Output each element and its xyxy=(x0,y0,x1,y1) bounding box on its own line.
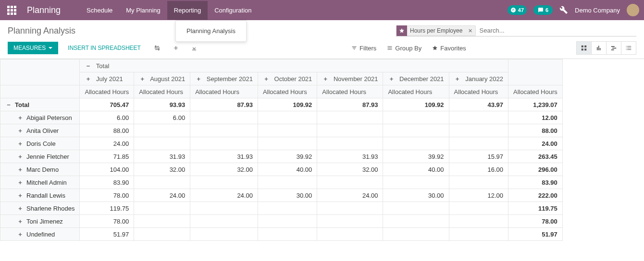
cell xyxy=(134,228,190,241)
row-header[interactable]: +Undefined xyxy=(0,228,80,241)
activity-count: 47 xyxy=(518,7,524,13)
view-list-button[interactable] xyxy=(621,41,636,55)
expand-icon[interactable]: + xyxy=(17,153,24,160)
cell: 1,239.07 xyxy=(508,98,562,111)
table-row: +Sharlene Rhodes119.75119.75 xyxy=(0,202,563,215)
apps-icon[interactable] xyxy=(5,3,18,17)
filters-label: Filters xyxy=(359,45,376,52)
bar-chart-icon xyxy=(595,45,602,51)
cell: 24.00 xyxy=(317,189,383,202)
row-name: Jennie Fletcher xyxy=(26,153,69,160)
messages-count: 6 xyxy=(545,7,548,13)
dropdown-planning-analysis[interactable]: Planning Analysis xyxy=(176,24,246,37)
cell xyxy=(317,215,383,228)
row-header[interactable]: +Randall Lewis xyxy=(0,189,80,202)
expand-icon[interactable]: + xyxy=(139,75,146,82)
cell: 31.93 xyxy=(190,150,258,163)
table-row: +Randall Lewis78.0024.0024.0030.0024.003… xyxy=(0,189,563,202)
view-switcher xyxy=(577,41,636,55)
cell xyxy=(134,124,190,137)
col-month-header[interactable]: + August 2021 xyxy=(134,72,190,85)
activity-badge[interactable]: 47 xyxy=(508,5,527,15)
collapse-icon[interactable]: − xyxy=(5,101,12,108)
nav-reporting[interactable]: Reporting xyxy=(167,1,208,20)
row-total-header[interactable]: −Total xyxy=(0,98,80,111)
col-month-header[interactable]: + December 2021 xyxy=(383,72,449,85)
expand-icon[interactable]: + xyxy=(17,231,24,237)
cell xyxy=(190,124,258,137)
expand-icon[interactable]: + xyxy=(263,75,270,82)
cell: 32.00 xyxy=(317,163,383,176)
col-month-header[interactable]: + October 2021 xyxy=(258,72,317,85)
view-gantt-button[interactable] xyxy=(606,41,621,55)
cell: 24.00 xyxy=(508,137,562,150)
view-pivot-button[interactable] xyxy=(576,41,592,55)
debug-icon[interactable] xyxy=(559,6,568,14)
cell: 705.47 xyxy=(80,98,134,111)
expand-icon[interactable]: + xyxy=(17,192,24,199)
expand-icon[interactable]: + xyxy=(454,75,461,82)
cell: 88.00 xyxy=(80,124,134,137)
download-button[interactable] xyxy=(188,43,200,53)
month-header-row: + July 2021+ August 2021+ September 2021… xyxy=(0,72,563,85)
expand-icon[interactable]: + xyxy=(195,75,202,82)
col-month-header[interactable]: + January 2022 xyxy=(449,72,508,85)
col-month-header[interactable]: + November 2021 xyxy=(317,72,383,85)
row-header[interactable]: +Doris Cole xyxy=(0,137,80,150)
filters-button[interactable]: Filters xyxy=(351,45,376,52)
corner-cell xyxy=(0,59,80,85)
cell: 6.00 xyxy=(80,111,134,124)
flip-axis-button[interactable] xyxy=(150,42,164,54)
app-brand[interactable]: Planning xyxy=(27,5,61,15)
expand-icon[interactable]: + xyxy=(17,140,24,147)
expand-icon[interactable]: + xyxy=(17,166,24,173)
download-icon xyxy=(191,45,198,51)
expand-all-button[interactable] xyxy=(170,43,182,53)
favorites-button[interactable]: Favorites xyxy=(432,45,466,52)
row-name: Toni Jimenez xyxy=(26,218,63,225)
col-month-header[interactable]: + September 2021 xyxy=(190,72,258,85)
nav-my-planning[interactable]: My Planning xyxy=(119,1,167,20)
row-header[interactable]: +Marc Demo xyxy=(0,163,80,176)
user-avatar[interactable] xyxy=(627,4,639,16)
expand-icon[interactable]: + xyxy=(17,205,24,212)
expand-icon[interactable]: + xyxy=(17,114,24,121)
messages-badge[interactable]: 6 xyxy=(533,5,553,15)
collapse-icon[interactable]: − xyxy=(85,62,91,69)
alloc-hours-header: Allocated Hours xyxy=(190,85,258,98)
company-name[interactable]: Demo Company xyxy=(575,7,620,14)
cell xyxy=(383,124,449,137)
row-header[interactable]: +Jennie Fletcher xyxy=(0,150,80,163)
col-month-header[interactable]: + July 2021 xyxy=(80,72,134,85)
row-header[interactable]: +Abigail Peterson xyxy=(0,111,80,124)
cell xyxy=(190,137,258,150)
cell xyxy=(449,228,508,241)
topnav-right: 47 6 Demo Company xyxy=(508,4,639,16)
expand-icon[interactable]: + xyxy=(17,127,24,134)
row-name: Doris Cole xyxy=(26,140,56,147)
row-header[interactable]: +Sharlene Rhodes xyxy=(0,202,80,215)
nav-configuration[interactable]: Configuration xyxy=(208,1,258,20)
expand-icon[interactable]: + xyxy=(322,75,329,82)
cell xyxy=(190,215,258,228)
view-graph-button[interactable] xyxy=(591,41,607,55)
col-total-header[interactable]: − Total xyxy=(80,59,508,72)
search-input[interactable] xyxy=(476,25,636,36)
row-header[interactable]: +Anita Oliver xyxy=(0,124,80,137)
cell: 78.00 xyxy=(508,215,562,228)
expand-icon[interactable]: + xyxy=(388,75,395,82)
expand-icon[interactable]: + xyxy=(17,218,24,225)
row-header[interactable]: +Toni Jimenez xyxy=(0,215,80,228)
nav-schedule[interactable]: Schedule xyxy=(80,1,119,20)
month-label: September 2021 xyxy=(207,75,253,83)
insert-spreadsheet-button[interactable]: INSERT IN SPREADSHEET xyxy=(64,42,145,54)
facet-remove[interactable]: × xyxy=(465,27,475,35)
expand-icon[interactable]: + xyxy=(85,75,91,82)
groupby-button[interactable]: Group By xyxy=(387,45,421,52)
row-header[interactable]: +Mitchell Admin xyxy=(0,176,80,189)
expand-icon[interactable]: + xyxy=(17,179,24,186)
pivot-table-wrap: − Total + July 2021+ August 2021+ Septem… xyxy=(0,59,644,241)
measures-button[interactable]: MEASURES xyxy=(8,42,58,54)
cell: 222.00 xyxy=(508,189,562,202)
cell: 88.00 xyxy=(508,124,562,137)
